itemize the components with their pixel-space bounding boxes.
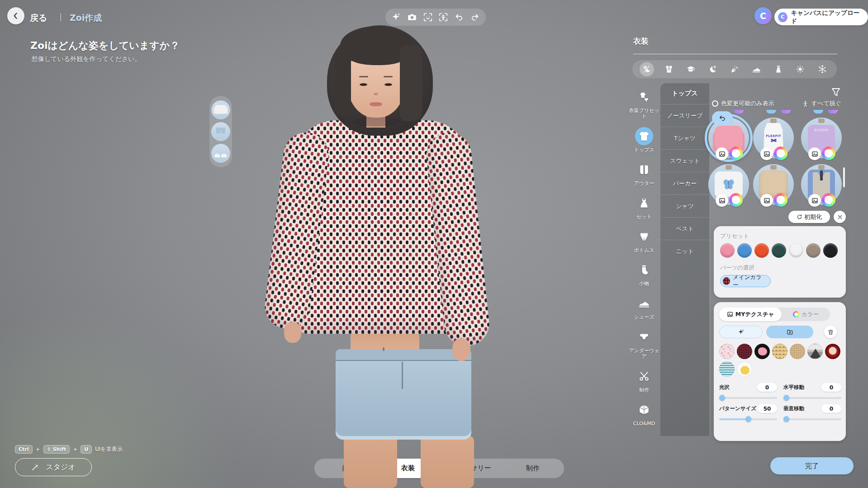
- item-flexfit-tank[interactable]: FLEXFIT: [753, 118, 794, 158]
- color-wheel-badge[interactable]: [774, 147, 787, 160]
- main-color-chip[interactable]: メインカラー: [720, 275, 771, 287]
- preset-color-pink[interactable]: [720, 243, 735, 258]
- item-pink-sweater[interactable]: [708, 118, 749, 158]
- studio-button[interactable]: スタジオ: [15, 458, 92, 476]
- filter-tab-school[interactable]: [683, 62, 698, 76]
- subcategory-hoodie[interactable]: パーカー: [660, 172, 709, 194]
- app-logo[interactable]: C: [754, 7, 772, 24]
- category-create[interactable]: 制作: [635, 367, 653, 393]
- pattern-size-slider[interactable]: [719, 416, 777, 422]
- filter-tab-party[interactable]: [727, 62, 742, 76]
- color-wheel-badge[interactable]: [822, 147, 835, 160]
- category-clo-md[interactable]: CLO&MD: [633, 401, 655, 426]
- done-button[interactable]: 完了: [770, 457, 854, 474]
- preset-color-blue[interactable]: [737, 243, 752, 258]
- item-beige-blouse[interactable]: [753, 164, 794, 205]
- reset-button[interactable]: 初期化: [788, 211, 830, 223]
- avatar-nose: [374, 93, 378, 95]
- avatar-left-leg: [344, 436, 397, 488]
- subcategory-vest[interactable]: ベスト: [660, 217, 709, 240]
- texture-pink-confetti[interactable]: [719, 344, 735, 359]
- subcategory-shirt[interactable]: シャツ: [660, 194, 709, 217]
- delete-texture-button[interactable]: [824, 326, 837, 338]
- color-wheel-badge[interactable]: [822, 193, 835, 207]
- scissors-icon: [635, 367, 653, 385]
- back-button[interactable]: [7, 7, 24, 24]
- slider-thumb[interactable]: [745, 416, 751, 422]
- slider-thumb[interactable]: [783, 416, 789, 422]
- texture-badge[interactable]: [716, 147, 728, 160]
- subcategory-sleeveless[interactable]: ノースリーブ: [660, 104, 709, 127]
- item-bloom-tee[interactable]: BLOOM: [801, 118, 842, 158]
- back-label[interactable]: 戻る: [30, 12, 47, 24]
- texture-mountain-print[interactable]: [807, 344, 823, 359]
- texture-badge[interactable]: [808, 147, 821, 160]
- texture-tan-motif[interactable]: [772, 344, 787, 359]
- texture-badge[interactable]: [760, 147, 773, 160]
- filter-icon[interactable]: [830, 87, 841, 98]
- category-underwear[interactable]: アンダーウェア: [627, 328, 661, 360]
- equipped-shoes-thumb[interactable]: [211, 144, 230, 163]
- subcategory-knit[interactable]: ニット: [660, 240, 709, 262]
- color-wheel-badge[interactable]: [729, 147, 743, 160]
- texture-red-skull[interactable]: [825, 344, 840, 359]
- slider-thumb[interactable]: [719, 395, 725, 401]
- tab-my-texture[interactable]: MYテクスチャ: [719, 308, 782, 321]
- category-outfit-preset[interactable]: 衣装プリセット: [627, 88, 661, 119]
- color-wheel-badge[interactable]: [774, 193, 787, 207]
- category-set[interactable]: セット: [635, 194, 653, 220]
- tab-production[interactable]: 制作: [502, 459, 564, 478]
- preset-color-black[interactable]: [823, 243, 838, 258]
- filter-tab-swim[interactable]: [771, 62, 786, 76]
- subcategory-sweat[interactable]: スウェット: [660, 149, 709, 172]
- item-butterfly-tee[interactable]: [708, 164, 749, 205]
- generate-texture-button[interactable]: [719, 326, 763, 338]
- filter-tab-winter[interactable]: [815, 62, 830, 76]
- undress-all-button[interactable]: すべて脱ぐ: [802, 99, 841, 108]
- equipped-top-thumb[interactable]: [211, 100, 230, 119]
- preset-color-orange[interactable]: [754, 243, 769, 258]
- preset-color-taupe[interactable]: [806, 243, 821, 258]
- texture-badge[interactable]: [808, 194, 821, 207]
- filter-tab-formal[interactable]: [662, 62, 676, 76]
- import-texture-button[interactable]: [766, 326, 813, 338]
- preset-color-teal[interactable]: [772, 243, 786, 258]
- category-bottoms[interactable]: ボトムス: [634, 227, 654, 253]
- grid-scrollbar[interactable]: [843, 167, 845, 187]
- filter-tab-day-night[interactable]: [640, 62, 654, 76]
- item-vest-with-shirt[interactable]: [801, 164, 842, 205]
- dress-icon: [635, 194, 653, 212]
- texture-maroon-check[interactable]: [737, 344, 752, 359]
- chevron-left-icon: [11, 11, 20, 20]
- color-wheel-badge[interactable]: [729, 193, 743, 207]
- equipped-shorts-thumb[interactable]: [211, 122, 230, 141]
- filter-tab-sports[interactable]: [749, 62, 764, 76]
- gloss-slider[interactable]: [719, 395, 777, 401]
- close-detail-button[interactable]: [834, 211, 846, 223]
- texture-blue-waves[interactable]: [719, 361, 735, 377]
- preset-color-white[interactable]: [789, 243, 803, 258]
- category-outerwear[interactable]: アウター: [634, 161, 655, 186]
- revert-item-badge[interactable]: [712, 111, 733, 125]
- texture-badge[interactable]: [716, 194, 728, 207]
- tab-color[interactable]: カラー: [782, 311, 830, 318]
- avatar-hair-strand-right: [400, 45, 422, 121]
- texture-badge[interactable]: [760, 194, 773, 207]
- vertical-slider[interactable]: [783, 416, 841, 422]
- filter-tab-sleep[interactable]: [706, 62, 720, 76]
- avatar-viewport[interactable]: [253, 18, 597, 488]
- category-accessories[interactable]: 小物: [635, 261, 653, 287]
- texture-yellow-chick[interactable]: [737, 361, 752, 377]
- slider-thumb[interactable]: [783, 395, 789, 401]
- color-changeable-toggle[interactable]: 色変更可能のみ表示: [712, 99, 774, 108]
- horizontal-slider[interactable]: [783, 395, 841, 401]
- pink-sweater-graphic: [715, 126, 743, 149]
- wardrobe-title: 衣装: [633, 36, 649, 47]
- category-shoes[interactable]: シューズ: [634, 294, 655, 320]
- category-tops[interactable]: トップス: [634, 127, 654, 153]
- upload-to-canvas-button[interactable]: C キャンバスにアップロード: [774, 9, 868, 25]
- filter-tab-summer[interactable]: [793, 62, 807, 76]
- subcategory-tshirt[interactable]: Tシャツ: [660, 127, 709, 149]
- texture-sand[interactable]: [790, 344, 805, 359]
- texture-pink-splat-black[interactable]: [754, 344, 770, 359]
